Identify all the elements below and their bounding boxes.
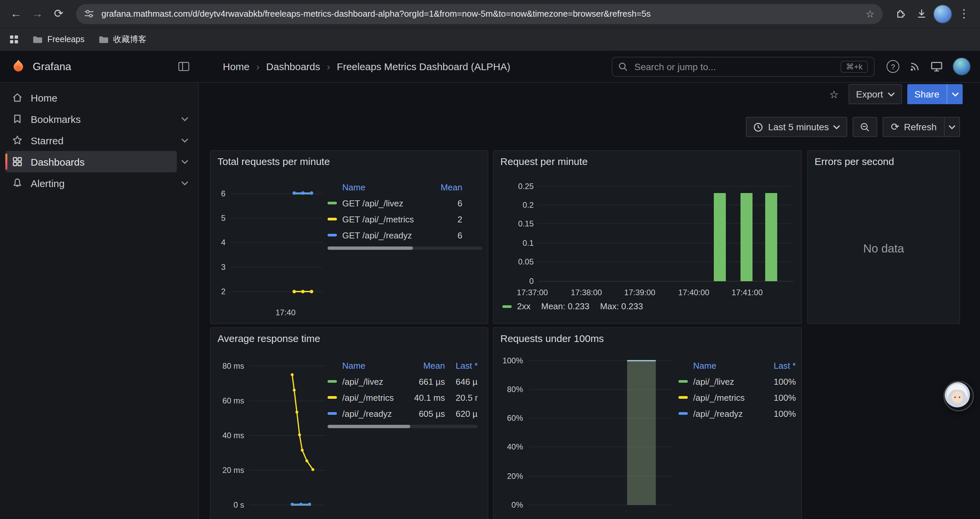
svg-text:17:40:00: 17:40:00 bbox=[678, 288, 709, 297]
user-avatar[interactable] bbox=[953, 57, 970, 75]
chevron-down-icon[interactable] bbox=[177, 132, 193, 148]
svg-text:20 ms: 20 ms bbox=[223, 466, 244, 474]
legend-row[interactable]: /api/_/metrics 40.1 ms 20.5 ms bbox=[328, 390, 478, 406]
search-input[interactable] bbox=[633, 61, 835, 72]
search-box[interactable]: ⌘+k bbox=[612, 56, 875, 77]
reload-icon[interactable]: ⟳ bbox=[49, 4, 68, 23]
site-info-icon[interactable] bbox=[84, 9, 94, 19]
share-button[interactable]: Share bbox=[907, 84, 947, 104]
zoom-out-button[interactable] bbox=[853, 117, 878, 137]
legend-header-name[interactable]: Name bbox=[693, 360, 762, 370]
refresh-button[interactable]: ⟳ Refresh bbox=[883, 117, 944, 137]
svg-text:0.15: 0.15 bbox=[518, 219, 534, 228]
legend-header-name[interactable]: Name bbox=[342, 182, 422, 192]
legend-row[interactable]: GET /api/_/readyz 6 bbox=[328, 227, 462, 243]
svg-text:0.05: 0.05 bbox=[518, 257, 534, 266]
svg-text:0.2: 0.2 bbox=[523, 200, 534, 209]
bookmark-item-blog[interactable]: 收藏博客 bbox=[98, 34, 146, 45]
legend-header-name[interactable]: Name bbox=[342, 360, 406, 370]
export-label: Export bbox=[856, 89, 883, 99]
legend-header-last[interactable]: Last * bbox=[762, 360, 796, 370]
legend-header-mean[interactable]: Mean bbox=[406, 360, 445, 370]
legend-row[interactable]: /api/_/readyz 100% bbox=[678, 406, 796, 422]
series-color-blue bbox=[678, 412, 688, 415]
breadcrumb-home[interactable]: Home bbox=[223, 61, 250, 72]
svg-text:0.1: 0.1 bbox=[523, 238, 534, 248]
back-icon[interactable]: ← bbox=[7, 4, 25, 23]
legend-header: Name Mean bbox=[328, 179, 462, 195]
sidebar-item-dashboards[interactable]: Dashboards bbox=[5, 151, 177, 172]
time-range-picker[interactable]: Last 5 minutes bbox=[746, 117, 848, 137]
url-input[interactable] bbox=[100, 8, 859, 19]
scrollbar-thumb[interactable] bbox=[328, 425, 410, 428]
sidebar-item-alerting[interactable]: Alerting bbox=[5, 172, 177, 194]
chevron-down-icon[interactable] bbox=[177, 111, 193, 127]
legend: Name Mean GET /api/_/livez 6 GET /api/_/… bbox=[328, 179, 482, 250]
breadcrumb-dashboards[interactable]: Dashboards bbox=[266, 61, 320, 72]
series-color-green bbox=[502, 305, 512, 308]
svg-text:17:37:00: 17:37:00 bbox=[517, 288, 548, 297]
apps-grid-icon[interactable] bbox=[10, 35, 19, 44]
legend-scrollbar[interactable] bbox=[328, 246, 482, 250]
svg-text:6: 6 bbox=[221, 189, 226, 198]
help-icon[interactable]: ? bbox=[886, 60, 899, 73]
extensions-icon[interactable] bbox=[891, 4, 909, 23]
breadcrumb-separator: › bbox=[327, 61, 330, 72]
floating-assistant-avatar[interactable] bbox=[943, 381, 974, 412]
panel-errors-per-second[interactable]: Errors per second No data bbox=[807, 150, 960, 324]
grafana-topbar: Grafana Home › Dashboards › Freeleaps Me… bbox=[0, 51, 980, 83]
url-bar[interactable]: ☆ bbox=[76, 4, 883, 24]
legend-row[interactable]: /api/_/livez 661 µs 646 µs bbox=[328, 374, 478, 390]
no-data-message: No data bbox=[808, 242, 959, 256]
dashboard-main: ☆ Export Share Last 5 minutes bbox=[199, 83, 980, 519]
bookmark-item-freeleaps[interactable]: Freeleaps bbox=[32, 35, 84, 44]
sidebar-item-home[interactable]: Home bbox=[5, 87, 193, 108]
svg-text:80 ms: 80 ms bbox=[223, 361, 244, 370]
series-label[interactable]: 2xx bbox=[517, 301, 530, 311]
panel-requests-under-100ms[interactable]: Requests under 100ms 100% 80% 60% 40% 20… bbox=[493, 327, 802, 519]
chevron-down-icon bbox=[834, 125, 840, 129]
legend-header-last[interactable]: Last * bbox=[445, 360, 478, 370]
bookmark-star-icon[interactable]: ☆ bbox=[865, 8, 875, 20]
share-menu-button[interactable] bbox=[947, 84, 963, 104]
forward-icon[interactable]: → bbox=[28, 4, 47, 23]
legend-scrollbar[interactable] bbox=[328, 425, 478, 428]
screen: ← → ⟳ ☆ ⋮ Freeleaps 收藏博客 bbox=[0, 0, 980, 519]
svg-text:100%: 100% bbox=[503, 356, 523, 365]
sidebar-item-starred[interactable]: Starred bbox=[5, 129, 177, 151]
share-split-button: Share bbox=[907, 84, 963, 104]
panel-avg-response-time[interactable]: Average response time 80 ms 60 ms 40 ms … bbox=[210, 327, 488, 519]
chevron-down-icon[interactable] bbox=[177, 153, 193, 170]
app-body: Home Bookmarks Starred bbox=[0, 83, 980, 519]
browser-profile-avatar[interactable] bbox=[933, 4, 952, 23]
refresh-split-button: ⟳ Refresh bbox=[883, 117, 960, 137]
monitor-icon[interactable] bbox=[931, 61, 943, 72]
legend-row[interactable]: /api/_/metrics 100% bbox=[678, 390, 796, 406]
legend-row[interactable]: GET /api/_/metrics 2 bbox=[328, 211, 462, 227]
legend: Name Mean Last * /api/_/livez 661 µs 646… bbox=[328, 357, 478, 428]
sidebar-row: Alerting bbox=[5, 172, 193, 194]
sidebar-toggle-icon[interactable] bbox=[178, 61, 189, 72]
sidebar-item-label: Alerting bbox=[31, 177, 65, 189]
browser-menu-icon[interactable]: ⋮ bbox=[955, 4, 973, 23]
scrollbar-thumb[interactable] bbox=[328, 246, 413, 250]
download-icon[interactable] bbox=[912, 4, 931, 23]
legend-row[interactable]: GET /api/_/livez 6 bbox=[328, 195, 462, 211]
favorite-star-icon[interactable]: ☆ bbox=[824, 84, 843, 104]
legend-row[interactable]: /api/_/livez 100% bbox=[678, 374, 796, 390]
sidebar-item-label: Bookmarks bbox=[31, 113, 81, 125]
grafana-logo-icon[interactable] bbox=[11, 59, 26, 74]
sidebar-item-bookmarks[interactable]: Bookmarks bbox=[5, 108, 177, 129]
chevron-down-icon[interactable] bbox=[177, 175, 193, 191]
series-color-green bbox=[328, 380, 337, 383]
panel-total-requests[interactable]: Total requests per minute 6 5 4 3 2 17:4… bbox=[210, 150, 488, 324]
export-button[interactable]: Export bbox=[849, 84, 902, 104]
legend-header-mean[interactable]: Mean bbox=[422, 182, 462, 192]
svg-text:80%: 80% bbox=[507, 385, 523, 394]
refresh-interval-button[interactable] bbox=[944, 117, 960, 137]
svg-text:5: 5 bbox=[221, 213, 226, 222]
news-rss-icon[interactable] bbox=[909, 61, 921, 72]
legend-row[interactable]: /api/_/readyz 605 µs 620 µs bbox=[328, 406, 478, 422]
panel-request-per-minute[interactable]: Request per minute 0.25 0.2 0.15 0.1 0.0… bbox=[493, 150, 802, 324]
svg-text:60%: 60% bbox=[507, 414, 523, 423]
